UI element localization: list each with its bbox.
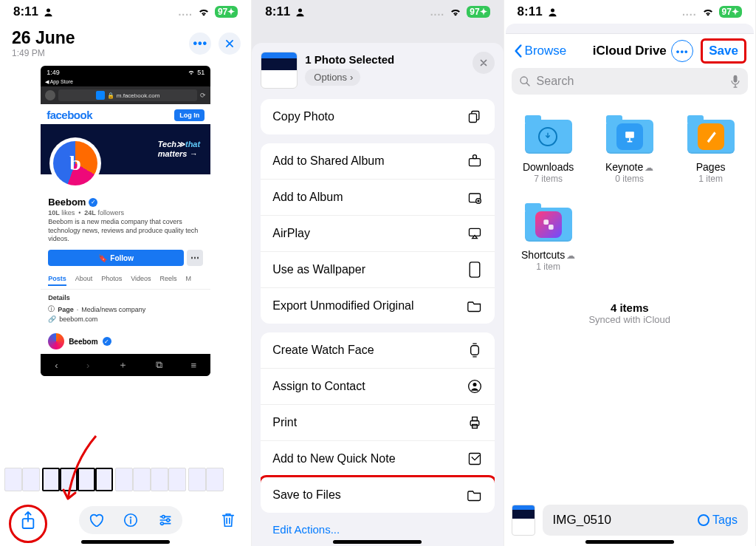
cover-image: Tech≫thatmatters → b (41, 124, 210, 174)
action-label: Add to New Quick Note (272, 452, 395, 465)
dimmed-background (252, 24, 503, 43)
download-icon (543, 132, 553, 142)
share-button[interactable] (15, 507, 41, 533)
signal-dots: .... (682, 6, 697, 18)
save-button[interactable]: Save (701, 38, 746, 64)
action-copy-photo[interactable]: Copy Photo (261, 99, 494, 134)
svg-point-23 (551, 8, 554, 12)
options-button[interactable]: Options› (305, 69, 360, 86)
photos-header: 26 June 1:49 PM ••• (0, 24, 251, 61)
share-icon (20, 511, 36, 530)
svg-rect-27 (543, 219, 549, 225)
action-add-shared-album[interactable]: Add to Shared Album (261, 143, 494, 180)
action-label: Save to Files (272, 488, 340, 502)
action-card-2: Add to Shared Album Add to Album AirPlay… (261, 143, 494, 324)
tabs-icon: ⧉ (156, 359, 162, 371)
screenshot-preview[interactable]: 1:49 51 ◀ App Store 🔒 m.facebook.com ⟳ f… (41, 66, 210, 376)
home-indicator[interactable] (585, 540, 674, 544)
action-label: Create Watch Face (272, 344, 374, 357)
share-sheet-screen: 8:11 .... 97✦ 1 Photo Selected Options› … (252, 0, 504, 546)
back-button[interactable]: Browse (513, 44, 567, 58)
home-indicator[interactable] (333, 540, 422, 544)
action-add-album[interactable]: Add to Album (261, 180, 494, 216)
user-icon (295, 7, 306, 18)
profile-icon (45, 90, 55, 100)
file-thumb (512, 505, 535, 536)
svg-rect-28 (549, 225, 554, 230)
svg-rect-19 (470, 421, 479, 426)
post-item: Beebom ✓ (41, 329, 210, 354)
svg-rect-10 (469, 159, 480, 166)
home-indicator[interactable] (81, 540, 170, 544)
action-quick-note[interactable]: Add to New Quick Note (261, 441, 494, 477)
page-tabs: Posts About Photos Videos Reels M (41, 270, 210, 290)
photos-detail-screen: 8:11 .... 97✦ 26 June 1:49 PM ••• 1:49 5… (0, 0, 252, 546)
wifi-icon (449, 7, 462, 17)
close-sheet-button[interactable] (472, 52, 495, 74)
action-card-3: Create Watch Face Assign to Contact Prin… (261, 332, 494, 513)
mic-icon[interactable] (730, 75, 740, 88)
page-name: Beebom (48, 197, 86, 208)
status-time: 8:11 (265, 4, 290, 19)
refresh-icon: ⟳ (200, 92, 206, 99)
folder-downloads[interactable]: Downloads 7 items (519, 117, 578, 184)
file-picker-bar: IMG_0510 Tags (504, 499, 755, 546)
action-airplay[interactable]: AirPlay (261, 216, 494, 252)
wifi-icon (701, 7, 715, 17)
menu-icon: ≡ (190, 360, 196, 371)
action-save-to-files[interactable]: Save to Files (261, 477, 494, 513)
preview-browser-bar: 🔒 m.facebook.com ⟳ (41, 86, 210, 104)
svg-point-4 (162, 516, 165, 519)
signal-dots: .... (178, 6, 193, 18)
preview-app-return: ◀ App Store (41, 79, 210, 86)
tags-button[interactable]: Tags (698, 513, 738, 527)
wifi-icon (188, 69, 195, 75)
forward-icon: › (86, 360, 89, 371)
svg-point-0 (47, 8, 50, 12)
action-watch-face[interactable]: Create Watch Face (261, 332, 494, 369)
file-name-input[interactable]: IMG_0510 Tags (543, 505, 748, 536)
status-bar: 8:11 .... 97✦ (252, 0, 503, 24)
folder-label: Shortcuts (521, 249, 565, 261)
more-button[interactable]: ••• (671, 40, 693, 62)
pages-icon (704, 130, 718, 143)
action-wallpaper[interactable]: Use as Wallpaper (261, 252, 494, 288)
airplay-icon (467, 225, 483, 242)
battery-badge: 97✦ (467, 6, 489, 18)
folder-label: Pages (681, 161, 740, 173)
action-label: Add to Album (272, 191, 343, 204)
action-label: Add to Shared Album (272, 154, 384, 168)
svg-rect-22 (469, 454, 480, 465)
trash-icon (220, 511, 236, 529)
login-button: Log In (174, 109, 205, 121)
heart-icon[interactable] (88, 512, 104, 528)
sliders-icon[interactable] (157, 512, 173, 528)
folder-subtitle: 1 item (519, 262, 578, 272)
info-icon[interactable] (123, 512, 139, 528)
svg-rect-16 (470, 346, 478, 355)
file-name: IMG_0510 (553, 513, 611, 528)
folder-keynote[interactable]: Keynote☁ 0 items (600, 117, 659, 184)
verified-icon: ✓ (103, 337, 111, 346)
folder-label: Keynote (605, 161, 643, 173)
action-assign-contact[interactable]: Assign to Contact (261, 369, 494, 405)
thumbnail-strip[interactable] (0, 465, 251, 494)
search-input[interactable]: Search (512, 68, 748, 95)
status-time: 8:11 (13, 4, 38, 19)
tag-icon (698, 514, 709, 526)
sync-status: Synced with iCloud (504, 314, 755, 325)
action-export-original[interactable]: Export Unmodified Original (261, 288, 494, 324)
svg-point-5 (167, 519, 170, 522)
svg-point-3 (130, 516, 131, 518)
action-print[interactable]: Print (261, 405, 494, 441)
folder-shortcuts[interactable]: Shortcuts☁ 1 item (519, 205, 578, 272)
folder-status: 4 items Synced with iCloud (504, 272, 755, 332)
battery-badge: 97✦ (215, 6, 238, 18)
chevron-right-icon: › (350, 72, 353, 83)
action-label: Print (272, 416, 297, 429)
svg-point-6 (160, 522, 163, 525)
copy-icon (467, 109, 483, 125)
battery-badge: 97✦ (719, 6, 742, 18)
delete-button[interactable] (220, 511, 236, 529)
folder-pages[interactable]: Pages 1 item (681, 117, 740, 184)
